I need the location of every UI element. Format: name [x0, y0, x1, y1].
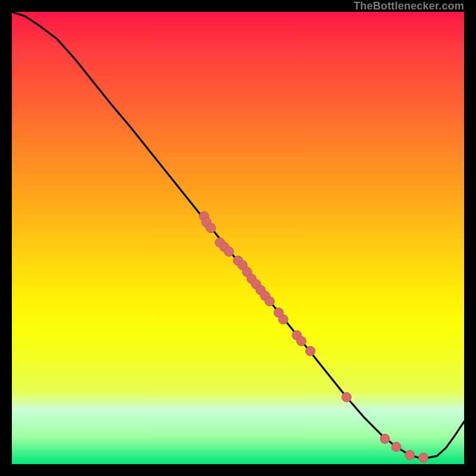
data-point	[419, 453, 428, 462]
data-point	[265, 296, 274, 306]
curve-line	[12, 12, 464, 458]
data-point	[342, 393, 351, 402]
data-point	[306, 346, 315, 356]
data-points	[199, 212, 428, 463]
data-point	[206, 223, 215, 233]
data-point	[380, 434, 390, 443]
data-point	[224, 247, 234, 256]
data-point	[296, 336, 306, 346]
data-point	[278, 315, 288, 324]
data-point	[405, 450, 415, 460]
chart-svg-layer	[12, 12, 464, 464]
watermark-text: TheBottlenecker.com	[353, 0, 464, 12]
data-point	[392, 442, 401, 452]
chart-stage: TheBottlenecker.com	[0, 0, 476, 476]
